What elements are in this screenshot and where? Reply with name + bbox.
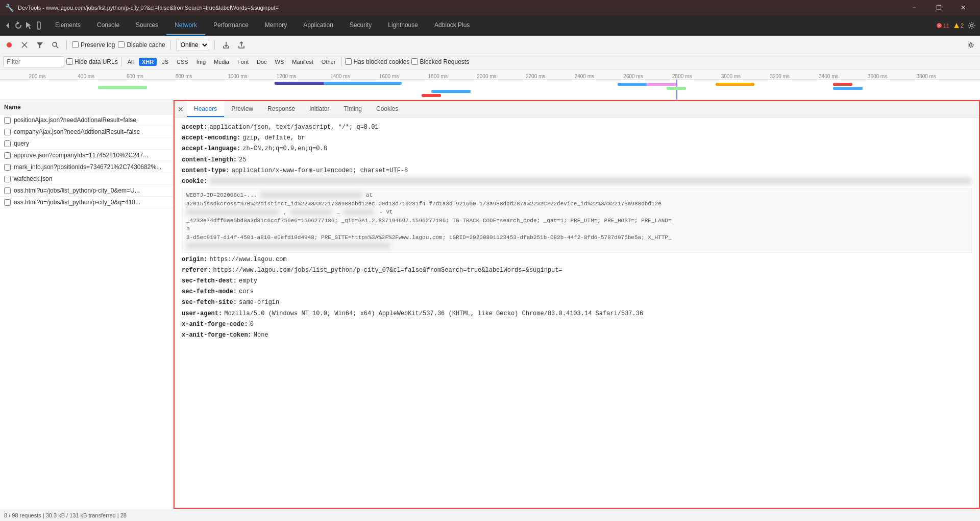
file-checkbox[interactable]	[4, 152, 11, 159]
has-blocked-cookies-checkbox[interactable]: Has blocked cookies	[345, 58, 409, 65]
disable-cache-input[interactable]	[118, 41, 125, 48]
file-checkbox[interactable]	[4, 187, 11, 194]
network-timeline: 200 ms 400 ms 600 ms 800 ms 1000 ms 1200…	[0, 69, 980, 100]
search-icon-btn[interactable]	[49, 39, 61, 51]
file-checkbox[interactable]	[4, 140, 11, 147]
list-item[interactable]: mark_info.json?positionIds=7346721%2C743…	[0, 161, 173, 173]
svg-marker-1	[17, 21, 19, 25]
tick-200ms: 200 ms	[29, 74, 46, 79]
filter-ws[interactable]: WS	[272, 58, 287, 66]
devtools-favicon: 🔧	[5, 4, 14, 12]
filter-media[interactable]: Media	[211, 58, 232, 66]
tick-3800ms: 3800 ms	[917, 74, 936, 79]
filter-sep2	[341, 57, 342, 66]
nav-icons	[0, 15, 47, 35]
disable-cache-checkbox[interactable]: Disable cache	[118, 41, 165, 49]
clear-button[interactable]	[18, 39, 31, 51]
filter-xhr[interactable]: XHR	[139, 58, 157, 66]
import-icon[interactable]	[220, 39, 232, 51]
tab-memory[interactable]: Memory	[257, 15, 295, 35]
filter-js[interactable]: JS	[159, 58, 172, 66]
hide-data-urls-checkbox[interactable]: Hide data URLs	[66, 58, 118, 65]
bar-9	[833, 83, 852, 86]
tick-3600ms: 3600 ms	[868, 74, 887, 79]
tab-headers[interactable]: Headers	[187, 101, 224, 117]
tick-3200ms: 3200 ms	[770, 74, 789, 79]
tick-2600ms: 2600 ms	[623, 74, 643, 79]
tick-2200ms: 2200 ms	[526, 74, 545, 79]
bar-8	[716, 83, 755, 86]
cursor-icon[interactable]	[24, 21, 33, 30]
filter-doc[interactable]: Doc	[254, 58, 270, 66]
filter-other[interactable]: Other	[318, 58, 339, 66]
list-item[interactable]: query	[0, 138, 173, 150]
warning-icon: !	[953, 22, 960, 29]
record-button[interactable]	[3, 39, 15, 51]
list-item[interactable]: wafcheck.json	[0, 173, 173, 185]
settings-gear-icon[interactable]	[965, 39, 977, 51]
file-checkbox[interactable]	[4, 176, 11, 182]
cookie-line-3-d5ec: 3-d5ec9197-d14f-4501-a810-e0efd19d4948; …	[186, 233, 967, 242]
file-checkbox[interactable]	[4, 117, 11, 124]
header-row-origin: origin: https://www.lagou.com	[182, 255, 972, 265]
list-item[interactable]: oss.html?u=/jobs/list_python/p-city_0&q=…	[0, 197, 173, 208]
filter-icon-btn[interactable]	[34, 39, 46, 51]
tab-lighthouse[interactable]: Lighthouse	[380, 15, 426, 35]
filter-manifest[interactable]: Manifest	[289, 58, 316, 66]
filter-all[interactable]: All	[125, 58, 137, 66]
refresh-icon[interactable]	[14, 21, 22, 30]
detail-panel: ✕ Headers Preview Response Initiator Tim…	[174, 100, 980, 509]
cookie-line-webtj: WEBTJ-ID=202008c1-... at	[186, 191, 967, 200]
export-icon[interactable]	[235, 39, 248, 51]
tick-2800ms: 2800 ms	[672, 74, 692, 79]
tab-timing[interactable]: Timing	[336, 101, 369, 117]
settings-icon[interactable]	[968, 21, 976, 30]
minimize-button[interactable]: −	[902, 0, 926, 15]
tab-cookies[interactable]: Cookies	[369, 101, 405, 117]
file-checkbox[interactable]	[4, 129, 11, 135]
file-list-panel: Name positionAjax.json?needAddtionalResu…	[0, 100, 174, 509]
tab-elements[interactable]: Elements	[47, 15, 89, 35]
tab-preview[interactable]: Preview	[224, 101, 260, 117]
tab-initiator[interactable]: Initiator	[302, 101, 336, 117]
preserve-log-checkbox[interactable]: Preserve log	[72, 41, 115, 49]
list-item[interactable]: oss.html?u=/jobs/list_python/p-city_0&em…	[0, 185, 173, 197]
header-row-content-type: content-type: application/x-www-form-url…	[182, 166, 972, 176]
maximize-button[interactable]: ❐	[927, 0, 950, 15]
header-row-content-length: content-length: 25	[182, 155, 972, 165]
tab-performance[interactable]: Performance	[205, 15, 257, 35]
tab-security[interactable]: Security	[341, 15, 380, 35]
toolbar-sep3	[214, 40, 215, 50]
tab-application[interactable]: Application	[295, 15, 341, 35]
filter-font[interactable]: Font	[234, 58, 252, 66]
mobile-icon[interactable]	[35, 21, 43, 30]
filter-img[interactable]: Img	[193, 58, 209, 66]
filter-bar: Hide data URLs All XHR JS CSS Img Media …	[0, 54, 980, 69]
tick-1800ms: 1800 ms	[428, 74, 448, 79]
cookie-line-a2015: a2015jssdkcross=%7B%22distinct_id%22%3A%…	[186, 200, 967, 208]
file-checkbox[interactable]	[4, 164, 11, 171]
close-button[interactable]: ✕	[951, 0, 975, 15]
bar-6	[618, 83, 647, 86]
tabbar-right: ✕ 11 ! 2	[932, 15, 980, 35]
file-list-header: Name	[0, 100, 173, 114]
blocked-requests-checkbox[interactable]: Blocked Requests	[411, 58, 469, 65]
tab-adblock[interactable]: Adblock Plus	[426, 15, 478, 35]
filter-css[interactable]: CSS	[174, 58, 191, 66]
list-item[interactable]: companyAjax.json?needAddtionalResult=fal…	[0, 126, 173, 138]
filter-input[interactable]	[3, 56, 64, 67]
tab-response[interactable]: Response	[260, 101, 302, 117]
cookie-line-4233: _4233e74dff0ae5bd0a3d81c6ccf756e6=159627…	[186, 217, 967, 225]
bar-10	[833, 87, 863, 90]
preserve-log-input[interactable]	[72, 41, 79, 48]
back-icon[interactable]	[4, 21, 12, 30]
tab-sources[interactable]: Sources	[128, 15, 166, 35]
tab-network[interactable]: Network	[166, 15, 205, 35]
throttle-select[interactable]: Online	[176, 39, 209, 51]
file-checkbox[interactable]	[4, 199, 11, 206]
list-item[interactable]: approve.json?companyIds=117452810%2C247.…	[0, 150, 173, 161]
bar-4	[422, 94, 441, 97]
list-item[interactable]: positionAjax.json?needAddtionalResult=fa…	[0, 114, 173, 126]
tab-console[interactable]: Console	[89, 15, 128, 35]
detail-close-button[interactable]: ✕	[175, 101, 187, 117]
